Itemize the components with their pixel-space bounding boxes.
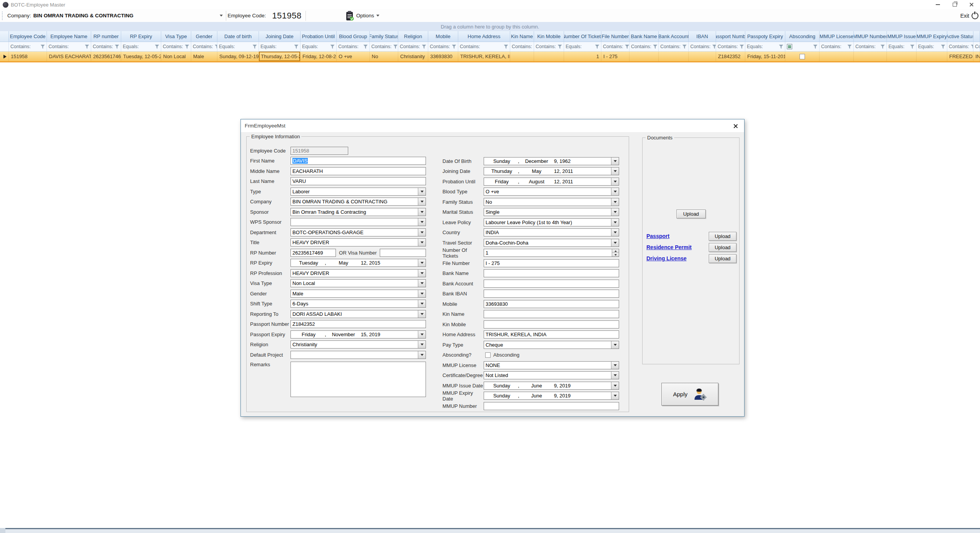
filter-funnel-icon[interactable] (294, 45, 299, 49)
filter-funnel-icon[interactable] (740, 45, 744, 49)
row-cell-family-status[interactable]: No (370, 52, 398, 61)
dialog-close-button[interactable] (732, 122, 740, 130)
marital-status-combo[interactable]: Single (484, 208, 619, 216)
filter-funnel-icon[interactable] (185, 45, 189, 49)
column-header-bank-name[interactable]: Bank Name (629, 31, 659, 42)
column-header-number-of-tickets[interactable]: Number Of Tickets (564, 31, 601, 42)
department-combo[interactable]: BOTC-OPERATIONS-GARAGE (290, 228, 426, 236)
bank-account-input[interactable] (484, 280, 619, 288)
column-header-employee-code[interactable]: Employee Code (9, 31, 47, 42)
religion-combo[interactable]: Christianity (290, 340, 426, 349)
wps-sponsor-combo[interactable] (290, 218, 426, 226)
row-cell-file-number[interactable]: I - 275 (601, 52, 629, 61)
spin-down-button[interactable] (612, 253, 619, 256)
passport-link[interactable]: Passport (646, 233, 669, 239)
row-cell-joining-date[interactable]: Thursday, 12-05-2011 (259, 52, 301, 61)
filter-cell-kin-mobile[interactable]: Contains: (534, 42, 564, 52)
combo-dropdown-button[interactable] (611, 178, 619, 185)
rp-expiry-date-picker[interactable]: Tuesday,May12, 2015 (290, 259, 426, 267)
combo-dropdown-button[interactable] (418, 290, 426, 297)
rp-profession-combo[interactable]: HEAVY DRIVER (290, 269, 426, 277)
middle-name-input[interactable]: EACHARATH (290, 167, 426, 175)
column-header-iban[interactable]: IBAN (689, 31, 716, 42)
column-header-gender[interactable]: Gender (191, 31, 217, 42)
bottom-scrollbar[interactable] (0, 528, 980, 533)
passport-upload-button[interactable]: Upload (709, 232, 736, 241)
mobile-input[interactable]: 33693830 (484, 300, 619, 308)
sponsor-combo[interactable]: Bin Omran Trading & Contracting (290, 208, 426, 216)
filter-cell-mmup-license[interactable]: Contains: (820, 42, 854, 52)
row-cell-probation-until[interactable]: Friday, 12-08-2011 (301, 52, 337, 61)
row-cell-home-address[interactable]: TRISHUR, KERELA, INDIA (458, 52, 510, 61)
filter-funnel-icon[interactable] (85, 45, 89, 49)
close-button[interactable] (963, 0, 980, 9)
column-header-joining-date[interactable]: Joining Date (259, 31, 301, 42)
row-cell-employee-name[interactable]: DAVIS EACHARATH VARU (47, 52, 91, 61)
combo-dropdown-button[interactable] (611, 198, 619, 206)
filter-funnel-icon[interactable] (40, 45, 45, 49)
combo-dropdown-button[interactable] (418, 351, 426, 359)
filter-cell-mmup-expiry[interactable]: Equals: (917, 42, 947, 52)
travel-sector-combo[interactable]: Doha-Cochin-Doha (484, 239, 619, 247)
pay-type-combo[interactable]: Cheque (484, 341, 619, 349)
row-cell-bank-name[interactable] (629, 52, 659, 61)
filter-funnel-icon[interactable] (504, 45, 508, 49)
combo-dropdown-button[interactable] (611, 372, 619, 379)
filter-funnel-icon[interactable] (452, 45, 456, 49)
filter-cell-absconding[interactable] (785, 42, 820, 52)
column-header-passport-number[interactable]: Passport Number (716, 31, 745, 42)
minimize-button[interactable] (929, 0, 946, 9)
bank-iban-input[interactable] (484, 290, 619, 298)
filter-funnel-icon[interactable] (422, 45, 426, 49)
row-cell-kin-name[interactable] (510, 52, 534, 61)
filter-funnel-icon[interactable] (595, 45, 599, 49)
reporting-to-combo[interactable]: DORI ASSAD LABAKI (290, 310, 426, 318)
passport-expiry-date-picker[interactable]: Friday,November15, 2019 (290, 330, 426, 339)
combo-dropdown-button[interactable] (611, 229, 619, 236)
combo-dropdown-button[interactable] (611, 382, 619, 389)
date-of-birth-date-picker[interactable]: Sunday,December9, 1962 (484, 157, 619, 165)
absconding-filter-checkbox[interactable] (787, 44, 792, 49)
combo-dropdown-button[interactable] (418, 208, 426, 216)
column-header-mmup-number[interactable]: MMUP Number (854, 31, 887, 42)
row-cell-blood-group[interactable]: O +ve (337, 52, 370, 61)
row-cell-religion[interactable]: Christianity (398, 52, 428, 61)
filter-cell-visa-type[interactable]: Contains: (161, 42, 191, 52)
row-cell-mmup-license[interactable] (820, 52, 854, 61)
row-cell-blank[interactable]: IN (973, 52, 980, 61)
column-header-employee-name[interactable]: Employee Name (47, 31, 91, 42)
filter-funnel-icon[interactable] (653, 45, 658, 49)
column-header-home-address[interactable]: Home Address (458, 31, 510, 42)
row-cell-iban[interactable] (689, 52, 716, 61)
toolbar-grip[interactable] (2, 11, 3, 20)
employee-code-input[interactable]: 151958 (290, 147, 348, 155)
combo-dropdown-button[interactable] (418, 280, 426, 287)
column-header-file-number[interactable]: File Number (601, 31, 629, 42)
filter-cell-joining-date[interactable]: Equals: (259, 42, 301, 52)
filter-cell-employee-code[interactable]: Contains: (9, 42, 47, 52)
probation-until-date-picker[interactable]: Friday,August12, 2011 (484, 178, 619, 186)
dialog-title-bar[interactable]: FrmEmployeeMst (241, 119, 744, 132)
filter-cell-active-status[interactable]: Contains: (947, 42, 973, 52)
combo-dropdown-button[interactable] (418, 239, 426, 246)
row-cell-kin-mobile[interactable] (534, 52, 564, 61)
filter-cell-passport-number[interactable]: Contains: (716, 42, 745, 52)
column-header-probation-until[interactable]: Probation Until (301, 31, 337, 42)
filter-funnel-icon[interactable] (155, 45, 159, 49)
chevron-down-icon[interactable] (220, 15, 223, 17)
options-button[interactable]: Options (343, 10, 383, 22)
driving-license-upload-button[interactable]: Upload (709, 254, 736, 263)
column-header-blood-group[interactable]: Blood Group (337, 31, 370, 42)
filter-cell-file-number[interactable]: Contains: (601, 42, 629, 52)
filter-funnel-icon[interactable] (558, 45, 562, 49)
filter-cell-family-status[interactable]: Contains: (370, 42, 398, 52)
filter-cell-kin-name[interactable]: Contains: (510, 42, 534, 52)
filter-funnel-icon[interactable] (712, 45, 716, 49)
column-header-date-of-birth[interactable]: Date of birth (217, 31, 259, 42)
leave-policy-combo[interactable]: Labourer Leave Policy (1st to 4th Year) (484, 218, 619, 226)
filter-cell-gender[interactable]: Contains: (191, 42, 217, 52)
visa-type-combo[interactable]: Non Local (290, 279, 426, 287)
filter-funnel-icon[interactable] (682, 45, 687, 49)
filter-funnel-icon[interactable] (215, 45, 217, 49)
filter-cell-home-address[interactable]: Contains: (458, 42, 510, 52)
